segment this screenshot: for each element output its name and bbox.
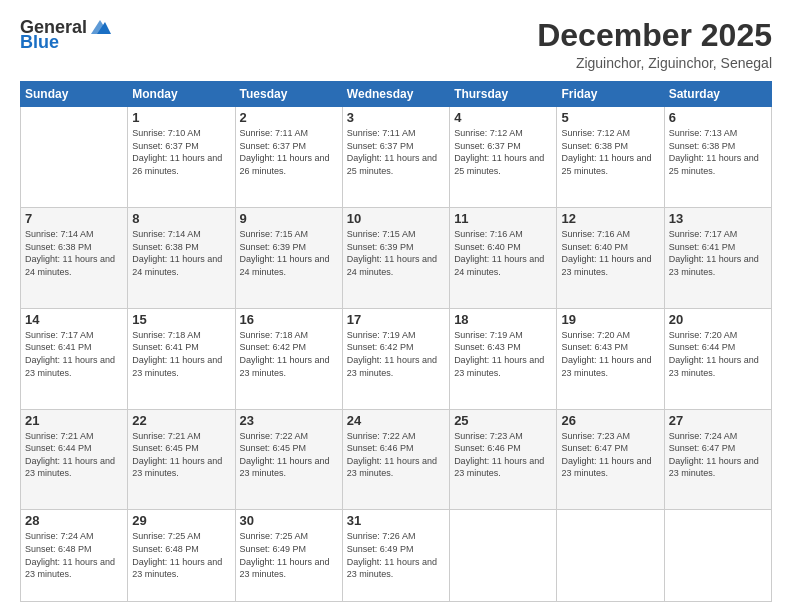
day-info: Sunrise: 7:23 AMSunset: 6:46 PMDaylight:… xyxy=(454,430,552,480)
page: General Blue December 2025 Ziguinchor, Z… xyxy=(0,0,792,612)
calendar-cell: 30Sunrise: 7:25 AMSunset: 6:49 PMDayligh… xyxy=(235,510,342,602)
calendar-cell: 7Sunrise: 7:14 AMSunset: 6:38 PMDaylight… xyxy=(21,207,128,308)
calendar-cell: 18Sunrise: 7:19 AMSunset: 6:43 PMDayligh… xyxy=(450,308,557,409)
day-number: 5 xyxy=(561,110,659,125)
calendar-cell: 25Sunrise: 7:23 AMSunset: 6:46 PMDayligh… xyxy=(450,409,557,510)
calendar-cell: 28Sunrise: 7:24 AMSunset: 6:48 PMDayligh… xyxy=(21,510,128,602)
calendar-cell: 15Sunrise: 7:18 AMSunset: 6:41 PMDayligh… xyxy=(128,308,235,409)
day-number: 10 xyxy=(347,211,445,226)
day-info: Sunrise: 7:19 AMSunset: 6:42 PMDaylight:… xyxy=(347,329,445,379)
calendar-cell xyxy=(557,510,664,602)
day-number: 14 xyxy=(25,312,123,327)
day-number: 29 xyxy=(132,513,230,528)
day-info: Sunrise: 7:15 AMSunset: 6:39 PMDaylight:… xyxy=(240,228,338,278)
calendar-week-row: 21Sunrise: 7:21 AMSunset: 6:44 PMDayligh… xyxy=(21,409,772,510)
day-number: 30 xyxy=(240,513,338,528)
day-number: 1 xyxy=(132,110,230,125)
calendar-cell: 1Sunrise: 7:10 AMSunset: 6:37 PMDaylight… xyxy=(128,107,235,208)
day-info: Sunrise: 7:14 AMSunset: 6:38 PMDaylight:… xyxy=(25,228,123,278)
calendar-cell: 26Sunrise: 7:23 AMSunset: 6:47 PMDayligh… xyxy=(557,409,664,510)
day-info: Sunrise: 7:24 AMSunset: 6:47 PMDaylight:… xyxy=(669,430,767,480)
day-header-sunday: Sunday xyxy=(21,82,128,107)
calendar-cell: 11Sunrise: 7:16 AMSunset: 6:40 PMDayligh… xyxy=(450,207,557,308)
calendar-cell xyxy=(450,510,557,602)
calendar-cell: 21Sunrise: 7:21 AMSunset: 6:44 PMDayligh… xyxy=(21,409,128,510)
day-info: Sunrise: 7:16 AMSunset: 6:40 PMDaylight:… xyxy=(454,228,552,278)
day-info: Sunrise: 7:21 AMSunset: 6:45 PMDaylight:… xyxy=(132,430,230,480)
day-info: Sunrise: 7:17 AMSunset: 6:41 PMDaylight:… xyxy=(25,329,123,379)
day-header-tuesday: Tuesday xyxy=(235,82,342,107)
day-number: 21 xyxy=(25,413,123,428)
day-info: Sunrise: 7:20 AMSunset: 6:43 PMDaylight:… xyxy=(561,329,659,379)
calendar-cell: 13Sunrise: 7:17 AMSunset: 6:41 PMDayligh… xyxy=(664,207,771,308)
calendar-cell: 20Sunrise: 7:20 AMSunset: 6:44 PMDayligh… xyxy=(664,308,771,409)
logo: General Blue xyxy=(20,18,111,53)
calendar-cell: 2Sunrise: 7:11 AMSunset: 6:37 PMDaylight… xyxy=(235,107,342,208)
day-number: 17 xyxy=(347,312,445,327)
day-header-friday: Friday xyxy=(557,82,664,107)
calendar-week-row: 14Sunrise: 7:17 AMSunset: 6:41 PMDayligh… xyxy=(21,308,772,409)
day-number: 23 xyxy=(240,413,338,428)
day-number: 9 xyxy=(240,211,338,226)
calendar-cell: 4Sunrise: 7:12 AMSunset: 6:37 PMDaylight… xyxy=(450,107,557,208)
calendar-cell: 29Sunrise: 7:25 AMSunset: 6:48 PMDayligh… xyxy=(128,510,235,602)
day-info: Sunrise: 7:26 AMSunset: 6:49 PMDaylight:… xyxy=(347,530,445,580)
day-number: 24 xyxy=(347,413,445,428)
day-number: 4 xyxy=(454,110,552,125)
day-info: Sunrise: 7:16 AMSunset: 6:40 PMDaylight:… xyxy=(561,228,659,278)
day-info: Sunrise: 7:11 AMSunset: 6:37 PMDaylight:… xyxy=(240,127,338,177)
month-title: December 2025 xyxy=(537,18,772,53)
day-number: 12 xyxy=(561,211,659,226)
calendar-cell: 10Sunrise: 7:15 AMSunset: 6:39 PMDayligh… xyxy=(342,207,449,308)
calendar-cell: 14Sunrise: 7:17 AMSunset: 6:41 PMDayligh… xyxy=(21,308,128,409)
calendar-cell: 31Sunrise: 7:26 AMSunset: 6:49 PMDayligh… xyxy=(342,510,449,602)
calendar-cell xyxy=(664,510,771,602)
calendar-cell: 9Sunrise: 7:15 AMSunset: 6:39 PMDaylight… xyxy=(235,207,342,308)
day-info: Sunrise: 7:18 AMSunset: 6:42 PMDaylight:… xyxy=(240,329,338,379)
day-info: Sunrise: 7:25 AMSunset: 6:48 PMDaylight:… xyxy=(132,530,230,580)
calendar-cell: 17Sunrise: 7:19 AMSunset: 6:42 PMDayligh… xyxy=(342,308,449,409)
day-info: Sunrise: 7:12 AMSunset: 6:37 PMDaylight:… xyxy=(454,127,552,177)
day-header-wednesday: Wednesday xyxy=(342,82,449,107)
day-number: 6 xyxy=(669,110,767,125)
calendar-header-row: SundayMondayTuesdayWednesdayThursdayFrid… xyxy=(21,82,772,107)
day-number: 19 xyxy=(561,312,659,327)
day-info: Sunrise: 7:25 AMSunset: 6:49 PMDaylight:… xyxy=(240,530,338,580)
day-info: Sunrise: 7:22 AMSunset: 6:45 PMDaylight:… xyxy=(240,430,338,480)
day-info: Sunrise: 7:11 AMSunset: 6:37 PMDaylight:… xyxy=(347,127,445,177)
day-info: Sunrise: 7:23 AMSunset: 6:47 PMDaylight:… xyxy=(561,430,659,480)
calendar-table: SundayMondayTuesdayWednesdayThursdayFrid… xyxy=(20,81,772,602)
calendar-cell xyxy=(21,107,128,208)
day-header-thursday: Thursday xyxy=(450,82,557,107)
day-info: Sunrise: 7:18 AMSunset: 6:41 PMDaylight:… xyxy=(132,329,230,379)
day-number: 26 xyxy=(561,413,659,428)
calendar-cell: 16Sunrise: 7:18 AMSunset: 6:42 PMDayligh… xyxy=(235,308,342,409)
logo-icon xyxy=(89,18,111,36)
day-info: Sunrise: 7:19 AMSunset: 6:43 PMDaylight:… xyxy=(454,329,552,379)
title-section: December 2025 Ziguinchor, Ziguinchor, Se… xyxy=(537,18,772,71)
day-number: 28 xyxy=(25,513,123,528)
calendar-cell: 8Sunrise: 7:14 AMSunset: 6:38 PMDaylight… xyxy=(128,207,235,308)
calendar-cell: 22Sunrise: 7:21 AMSunset: 6:45 PMDayligh… xyxy=(128,409,235,510)
calendar-cell: 6Sunrise: 7:13 AMSunset: 6:38 PMDaylight… xyxy=(664,107,771,208)
day-info: Sunrise: 7:20 AMSunset: 6:44 PMDaylight:… xyxy=(669,329,767,379)
calendar-cell: 12Sunrise: 7:16 AMSunset: 6:40 PMDayligh… xyxy=(557,207,664,308)
day-number: 15 xyxy=(132,312,230,327)
day-number: 13 xyxy=(669,211,767,226)
day-info: Sunrise: 7:10 AMSunset: 6:37 PMDaylight:… xyxy=(132,127,230,177)
day-number: 31 xyxy=(347,513,445,528)
logo-blue-text: Blue xyxy=(20,32,59,53)
day-info: Sunrise: 7:17 AMSunset: 6:41 PMDaylight:… xyxy=(669,228,767,278)
calendar-cell: 3Sunrise: 7:11 AMSunset: 6:37 PMDaylight… xyxy=(342,107,449,208)
day-info: Sunrise: 7:14 AMSunset: 6:38 PMDaylight:… xyxy=(132,228,230,278)
day-number: 3 xyxy=(347,110,445,125)
day-number: 27 xyxy=(669,413,767,428)
day-number: 2 xyxy=(240,110,338,125)
calendar-cell: 24Sunrise: 7:22 AMSunset: 6:46 PMDayligh… xyxy=(342,409,449,510)
day-info: Sunrise: 7:12 AMSunset: 6:38 PMDaylight:… xyxy=(561,127,659,177)
calendar-week-row: 7Sunrise: 7:14 AMSunset: 6:38 PMDaylight… xyxy=(21,207,772,308)
calendar-cell: 19Sunrise: 7:20 AMSunset: 6:43 PMDayligh… xyxy=(557,308,664,409)
location: Ziguinchor, Ziguinchor, Senegal xyxy=(537,55,772,71)
calendar-cell: 5Sunrise: 7:12 AMSunset: 6:38 PMDaylight… xyxy=(557,107,664,208)
day-number: 25 xyxy=(454,413,552,428)
